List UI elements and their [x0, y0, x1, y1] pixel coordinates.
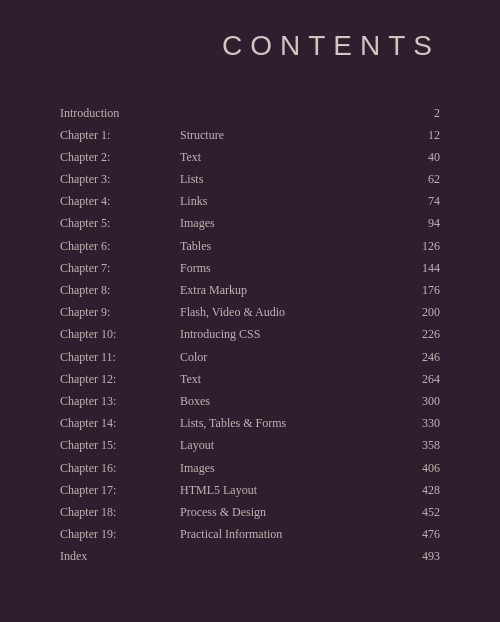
chapter-label: Chapter 16:: [60, 457, 180, 479]
chapter-label: Chapter 13:: [60, 390, 180, 412]
chapter-label: Chapter 17:: [60, 479, 180, 501]
chapter-label: Chapter 11:: [60, 346, 180, 368]
toc-row: Chapter 11:Color246: [60, 346, 440, 368]
page-number: 12: [386, 124, 440, 146]
toc-row: Chapter 13:Boxes300: [60, 390, 440, 412]
page-number: 62: [386, 169, 440, 191]
chapter-label: Chapter 18:: [60, 501, 180, 523]
chapter-title: Text: [180, 368, 386, 390]
toc-row: Chapter 17:HTML5 Layout428: [60, 479, 440, 501]
chapter-title: Color: [180, 346, 386, 368]
toc-row: Chapter 16:Images406: [60, 457, 440, 479]
chapter-label: Chapter 19:: [60, 524, 180, 546]
page-number: 300: [386, 390, 440, 412]
chapter-title: Tables: [180, 235, 386, 257]
toc-table: Introduction2Chapter 1:Structure12Chapte…: [60, 102, 440, 568]
chapter-label: Chapter 10:: [60, 324, 180, 346]
page-number: 358: [386, 435, 440, 457]
toc-row: Chapter 19:Practical Information476: [60, 524, 440, 546]
toc-row: Chapter 3:Lists62: [60, 169, 440, 191]
chapter-label: Chapter 2:: [60, 146, 180, 168]
chapter-label: Introduction: [60, 102, 180, 124]
chapter-label: Chapter 15:: [60, 435, 180, 457]
chapter-label: Chapter 3:: [60, 169, 180, 191]
page-number: 476: [386, 524, 440, 546]
chapter-title: Structure: [180, 124, 386, 146]
chapter-title: Extra Markup: [180, 280, 386, 302]
chapter-label: Chapter 4:: [60, 191, 180, 213]
page-number: 428: [386, 479, 440, 501]
chapter-title: Layout: [180, 435, 386, 457]
page-number: 144: [386, 257, 440, 279]
chapter-title: Flash, Video & Audio: [180, 302, 386, 324]
chapter-label: Chapter 8:: [60, 280, 180, 302]
chapter-title: Text: [180, 146, 386, 168]
page-number: 200: [386, 302, 440, 324]
toc-row: Chapter 4:Links74: [60, 191, 440, 213]
toc-row: Chapter 8:Extra Markup176: [60, 280, 440, 302]
page-number: 406: [386, 457, 440, 479]
toc-row: Chapter 1:Structure12: [60, 124, 440, 146]
chapter-label: Chapter 7:: [60, 257, 180, 279]
toc-row: Chapter 10:Introducing CSS226: [60, 324, 440, 346]
toc-row: Chapter 12:Text264: [60, 368, 440, 390]
page-number: 74: [386, 191, 440, 213]
page-number: 264: [386, 368, 440, 390]
chapter-label: Chapter 6:: [60, 235, 180, 257]
chapter-title: Introducing CSS: [180, 324, 386, 346]
page-number: 452: [386, 501, 440, 523]
page-number: 330: [386, 413, 440, 435]
chapter-title: Images: [180, 457, 386, 479]
chapter-title: HTML5 Layout: [180, 479, 386, 501]
chapter-title: Practical Information: [180, 524, 386, 546]
chapter-label: Chapter 14:: [60, 413, 180, 435]
chapter-label: Chapter 12:: [60, 368, 180, 390]
chapter-title: Links: [180, 191, 386, 213]
page-number: 246: [386, 346, 440, 368]
chapter-title: [180, 546, 386, 568]
chapter-label: Index: [60, 546, 180, 568]
page: CONTENTS Introduction2Chapter 1:Structur…: [0, 0, 500, 622]
chapter-title: Lists: [180, 169, 386, 191]
page-title: CONTENTS: [60, 30, 440, 62]
chapter-title: [180, 102, 386, 124]
page-number: 176: [386, 280, 440, 302]
toc-row: Chapter 18:Process & Design452: [60, 501, 440, 523]
toc-row: Chapter 14:Lists, Tables & Forms330: [60, 413, 440, 435]
toc-row: Chapter 7:Forms144: [60, 257, 440, 279]
toc-row: Chapter 2:Text40: [60, 146, 440, 168]
page-number: 40: [386, 146, 440, 168]
page-number: 94: [386, 213, 440, 235]
toc-row: Chapter 9:Flash, Video & Audio200: [60, 302, 440, 324]
page-number: 2: [386, 102, 440, 124]
toc-row: Chapter 6:Tables126: [60, 235, 440, 257]
toc-row: Chapter 5:Images94: [60, 213, 440, 235]
chapter-label: Chapter 1:: [60, 124, 180, 146]
page-number: 493: [386, 546, 440, 568]
page-number: 226: [386, 324, 440, 346]
chapter-title: Images: [180, 213, 386, 235]
toc-row: Introduction2: [60, 102, 440, 124]
chapter-label: Chapter 9:: [60, 302, 180, 324]
page-number: 126: [386, 235, 440, 257]
chapter-title: Process & Design: [180, 501, 386, 523]
toc-row: Chapter 15:Layout358: [60, 435, 440, 457]
chapter-label: Chapter 5:: [60, 213, 180, 235]
chapter-title: Boxes: [180, 390, 386, 412]
toc-row: Index493: [60, 546, 440, 568]
chapter-title: Lists, Tables & Forms: [180, 413, 386, 435]
chapter-title: Forms: [180, 257, 386, 279]
